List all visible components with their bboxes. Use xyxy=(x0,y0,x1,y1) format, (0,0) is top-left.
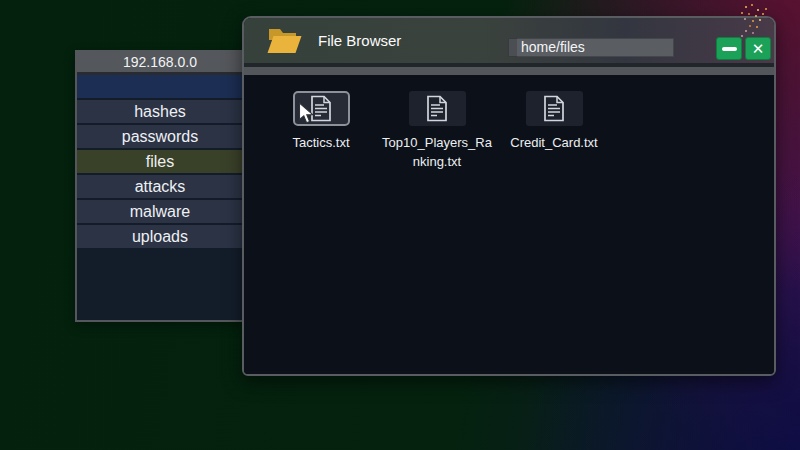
path-input[interactable] xyxy=(508,38,674,57)
close-button[interactable]: ✕ xyxy=(745,37,771,60)
target-panel: 192.168.0.0 hashes passwords files attac… xyxy=(75,50,245,322)
file-tile[interactable] xyxy=(409,91,466,126)
file-item-tactics[interactable]: Tactics.txt xyxy=(264,91,378,153)
file-name: Tactics.txt xyxy=(264,134,378,153)
panel-item-malware[interactable]: malware xyxy=(77,200,243,223)
toolbar-band xyxy=(244,67,774,75)
panel-item-attacks[interactable]: attacks xyxy=(77,175,243,198)
window-title: File Browser xyxy=(318,32,401,49)
text-file-icon xyxy=(426,95,448,122)
file-tile[interactable] xyxy=(526,91,583,126)
file-tile[interactable] xyxy=(293,91,350,126)
file-name: Credit_Card.txt xyxy=(497,134,611,153)
minimize-button[interactable] xyxy=(716,37,742,60)
file-browser-content: Tactics.txt Top10_Players xyxy=(244,75,774,374)
file-browser-titlebar[interactable]: File Browser ✕ xyxy=(244,18,774,63)
file-name: Top10_Players_Ranking.txt xyxy=(380,134,494,172)
panel-item-uploads[interactable]: uploads xyxy=(77,225,243,248)
panel-item-hashes[interactable]: hashes xyxy=(77,100,243,123)
target-ip-header: 192.168.0.0 xyxy=(77,52,243,72)
game-screen: 192.168.0.0 hashes passwords files attac… xyxy=(0,0,800,450)
folder-icon xyxy=(266,25,303,56)
text-file-icon xyxy=(543,95,565,122)
file-item-top10-players-ranking[interactable]: Top10_Players_Ranking.txt xyxy=(380,91,494,172)
panel-row-empty[interactable] xyxy=(77,75,243,98)
panel-item-files[interactable]: files xyxy=(77,150,243,173)
text-file-icon xyxy=(310,95,332,122)
close-icon: ✕ xyxy=(752,41,765,56)
file-browser-window: File Browser ✕ xyxy=(242,16,776,376)
panel-item-passwords[interactable]: passwords xyxy=(77,125,243,148)
minimize-icon xyxy=(722,47,737,51)
file-item-credit-card[interactable]: Credit_Card.txt xyxy=(497,91,611,153)
